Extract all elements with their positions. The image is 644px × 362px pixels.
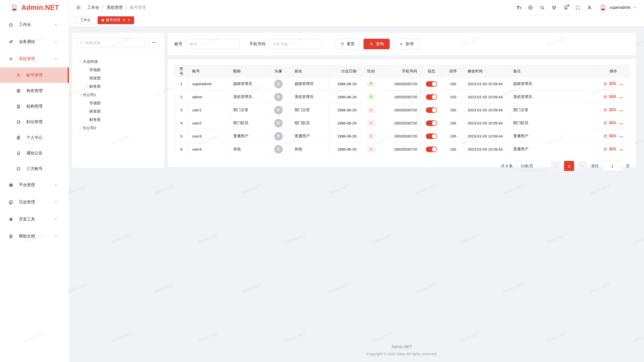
account-filter-input[interactable] [186, 39, 239, 49]
sidebar-item-机构管理[interactable]: 机构管理 [0, 99, 69, 114]
cell-order: 100 [442, 143, 464, 156]
edit-button[interactable]: 编辑 [603, 107, 616, 112]
more-actions-button[interactable]: ••• [619, 83, 623, 86]
sidebar-item-职位管理[interactable]: 职位管理 [0, 114, 69, 130]
app-logo[interactable]: Admin.NET [0, 0, 69, 15]
edit-button[interactable]: 编辑 [603, 147, 616, 151]
org-more-button[interactable]: ••• [148, 38, 160, 47]
sidebar-item-开发工具[interactable]: 开发工具 [0, 211, 69, 228]
cell-gender: 女 [360, 117, 382, 130]
status-toggle[interactable] [426, 133, 437, 139]
edit-button[interactable]: 编辑 [603, 94, 616, 99]
tree-node-市场部[interactable]: 市场部 [78, 66, 162, 74]
breadcrumb-item[interactable]: 系统管理 [106, 5, 123, 10]
tree-node-label: 分公司1 [83, 93, 96, 97]
user-icon [16, 73, 21, 78]
page-1-button[interactable]: 1 [564, 161, 574, 171]
fullscreen-button[interactable] [575, 5, 580, 10]
more-actions-button[interactable]: ••• [619, 96, 623, 100]
more-actions-button[interactable]: ••• [619, 122, 623, 126]
sidebar-item-帮助文档[interactable]: 帮助文档 [0, 228, 69, 245]
org-search-input[interactable] [85, 40, 142, 45]
user-menu[interactable]: superadmin [599, 3, 637, 12]
status-toggle[interactable] [426, 107, 437, 113]
menu-collapse-button[interactable] [76, 5, 81, 10]
breadcrumb-separator: / [102, 5, 103, 10]
phone-filter-input[interactable] [269, 39, 322, 49]
close-icon[interactable]: × [128, 18, 130, 22]
page-size-select[interactable]: 10条/页 [516, 161, 547, 171]
tree-node-label: 分公司2 [83, 126, 96, 130]
theme-button[interactable] [551, 5, 557, 10]
status-toggle[interactable] [426, 147, 437, 152]
status-toggle[interactable] [426, 81, 437, 87]
language-button[interactable]: 中 [528, 5, 533, 10]
sidebar-item-角色管理[interactable]: 角色管理 [0, 83, 69, 99]
cell-index: 6 [174, 143, 189, 156]
cell-birth: 1986-06-28 [329, 104, 360, 117]
status-toggle[interactable] [426, 120, 437, 126]
query-button[interactable]: 查询 [364, 39, 390, 49]
next-page-button[interactable] [578, 161, 588, 171]
chevron-down-icon [54, 217, 58, 221]
more-actions-button[interactable]: ••• [619, 148, 623, 152]
sidebar-item-label: 帮助文档 [19, 234, 35, 239]
tree-node-财务部[interactable]: 财务部 [78, 82, 162, 91]
sidebar-item-平台管理[interactable]: 平台管理 [0, 176, 69, 194]
tree-node-大名科技[interactable]: 大名科技 [78, 58, 162, 66]
gender-badge: 男 [367, 81, 375, 87]
sidebar-item-三方账号[interactable]: 三方账号 [0, 161, 69, 176]
chevron-down-icon [54, 183, 58, 187]
tree-node-研发部[interactable]: 研发部 [78, 107, 162, 116]
goto-page-input[interactable] [602, 161, 622, 171]
profile-button[interactable] [587, 5, 592, 10]
font-size-button[interactable]: TT [516, 5, 521, 10]
cell-index: 5 [174, 130, 189, 143]
tree-node-市场部[interactable]: 市场部 [78, 99, 162, 107]
gear-icon [9, 57, 13, 61]
tree-node-分公司1[interactable]: 分公司1 [78, 91, 162, 99]
chat-icon [16, 166, 21, 171]
cell-account: user3 [189, 130, 230, 143]
search-button[interactable] [540, 5, 545, 10]
column-header-状态: 状态 [421, 65, 442, 77]
sidebar-item-通知公告[interactable]: 通知公告 [0, 145, 69, 161]
breadcrumb-item[interactable]: 工作台 [87, 5, 99, 10]
sidebar-item-工作台[interactable]: 工作台 [0, 16, 69, 33]
tree-node-分公司2[interactable]: 分公司2 [78, 124, 162, 132]
tree-node-研发部[interactable]: 研发部 [78, 74, 162, 82]
sidebar-item-账号管理[interactable]: 账号管理 [0, 67, 69, 83]
edit-icon [603, 147, 607, 151]
edit-button[interactable]: 编辑 [603, 81, 616, 86]
toggle-knob [432, 121, 436, 125]
sidebar-item-业务测试[interactable]: 业务测试 [0, 33, 69, 50]
filter-bar: 账号 手机号码 重置 查询 新增 [168, 33, 636, 55]
prev-page-button[interactable] [550, 161, 560, 171]
sidebar-item-label: 日志管理 [19, 200, 35, 205]
tab-工作台[interactable]: 工作台 [76, 16, 95, 24]
sidebar-item-日志管理[interactable]: 日志管理 [0, 194, 69, 211]
sidebar-item-label: 通知公告 [26, 151, 43, 156]
sidebar-item-系统管理[interactable]: 系统管理 [0, 50, 69, 67]
org-tree-toolbar: ••• [72, 33, 164, 52]
org-search-box[interactable] [77, 38, 145, 47]
add-button[interactable]: 新增 [394, 39, 419, 49]
sidebar-item-label: 个人中心 [26, 135, 43, 140]
cell-order: 100 [442, 130, 464, 143]
app-logo-text: Admin.NET [21, 4, 59, 12]
tree-node-财务部[interactable]: 财务部 [78, 116, 162, 124]
cell-account: user1 [189, 104, 230, 117]
cell-avatar: 其 [266, 143, 291, 156]
app-root: Admin.NET 工作台业务测试系统管理账号管理角色管理机构管理职位管理个人中… [0, 0, 644, 362]
reset-button[interactable]: 重置 [335, 39, 360, 49]
tab-账号管理[interactable]: 账号管理× [98, 16, 134, 24]
chevron-down-icon [54, 40, 58, 44]
notification-button[interactable] [563, 5, 569, 10]
more-actions-button[interactable]: ••• [619, 135, 623, 139]
edit-button[interactable]: 编辑 [603, 120, 616, 125]
status-toggle[interactable] [426, 94, 437, 100]
edit-button[interactable]: 编辑 [603, 133, 616, 138]
sidebar-item-个人中心[interactable]: 个人中心 [0, 130, 69, 145]
search-icon [540, 5, 545, 10]
more-actions-button[interactable]: ••• [619, 109, 623, 113]
